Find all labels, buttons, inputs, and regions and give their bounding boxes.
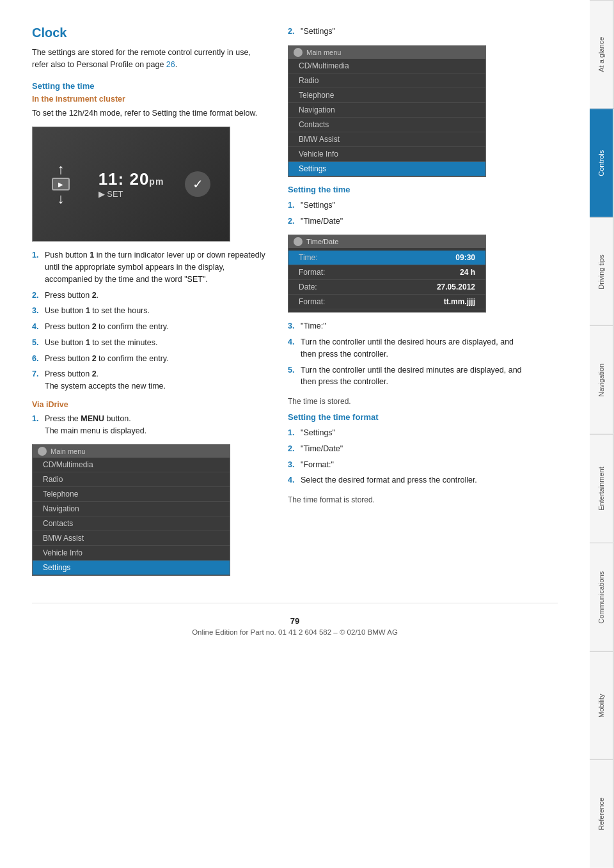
right-setting-time-steps2: 3. "Time:" 4. Turn the controller until … (288, 320, 524, 388)
timedate-row-format1: Format: 24 h (288, 265, 485, 280)
timedate-title: Time/Date (306, 238, 338, 245)
tf-step3: 3. "Format:" (288, 459, 524, 471)
timedate-row-time: Time: 09:30 (288, 251, 485, 265)
checkmark-circle: ✓ (185, 171, 210, 197)
tab-navigation[interactable]: Navigation (590, 325, 614, 434)
page-footer: 79 Online Edition for Part no. 01 41 2 6… (32, 603, 558, 642)
timedate-title-bar: Time/Date (288, 235, 485, 248)
right-st-step1: 1. "Settings" (288, 199, 524, 212)
page-link[interactable]: 26 (166, 60, 175, 69)
right-st2-step4: 4. Turn the controller until the desired… (288, 336, 524, 360)
tab-reference[interactable]: Reference (590, 759, 614, 868)
step-2: 2. Press button 2. (32, 290, 269, 302)
instrument-steps: 1. Push button 1 in the turn indicator l… (32, 249, 269, 392)
time-stored-text: The time is stored. (288, 396, 524, 407)
tab-mobility[interactable]: Mobility (590, 651, 614, 760)
right-st2-step3: 3. "Time:" (288, 320, 524, 332)
step-1: 1. Push button 1 in the turn indicator l… (32, 249, 269, 285)
tab-entertainment[interactable]: Entertainment (590, 434, 614, 543)
menu-item-r-navigation: Navigation (288, 103, 485, 118)
idrive-step-1: 1. Press the MENU button.The main menu i… (32, 413, 269, 437)
right-column: 2. "Settings" Main menu CD/Multimedia Ra… (288, 26, 524, 584)
cluster-time-display: 11: 20pm ▶ SET (98, 169, 164, 199)
tab-driving-tips[interactable]: Driving tips (590, 217, 614, 326)
main-menu-screenshot-right: Main menu CD/Multimedia Radio Telephone … (288, 45, 486, 177)
cluster-set: ▶ SET (98, 189, 164, 199)
menu-item-r-contacts: Contacts (288, 118, 485, 132)
menu-items-right: CD/Multimedia Radio Telephone Navigation… (288, 59, 485, 176)
timedate-screenshot: Time/Date Time: 09:30 Format: 24 h Date: (288, 235, 486, 313)
cluster-image: ↑ ▶ ↓ 11: 20pm ▶ SET ✓ (32, 127, 230, 242)
right-setting-time-heading: Setting the time (288, 185, 524, 194)
menu-icon-left (38, 447, 47, 456)
menu-item-r-vehicleinfo: Vehicle Info (288, 147, 485, 162)
timedate-row-date: Date: 27.05.2012 (288, 280, 485, 295)
sidebar-tabs: At a glance Controls Driving tips Naviga… (590, 0, 614, 868)
menu-item-r-bmwassist: BMW Assist (288, 132, 485, 147)
menu-item-navigation: Navigation (33, 502, 230, 516)
step-3: 3. Use button 1 to set the hours. (32, 305, 269, 317)
menu-item-cdmultimedia: CD/Multimedia (33, 458, 230, 472)
menu-item-radio: Radio (33, 472, 230, 487)
timedate-icon (294, 237, 303, 246)
menu-item-r-telephone: Telephone (288, 88, 485, 103)
main-menu-screenshot-left: Main menu CD/Multimedia Radio Telephone … (32, 444, 230, 576)
tab-communications[interactable]: Communications (590, 543, 614, 651)
tab-at-a-glance[interactable]: At a glance (590, 0, 614, 109)
menu-title-bar-left: Main menu (33, 445, 230, 458)
menu-item-contacts: Contacts (33, 516, 230, 531)
menu-title-left: Main menu (51, 447, 85, 455)
intro-text: The settings are stored for the remote c… (32, 48, 251, 69)
tab-controls[interactable]: Controls (590, 109, 614, 217)
footer-text: Online Edition for Part no. 01 41 2 604 … (192, 628, 398, 636)
menu-item-vehicleinfo: Vehicle Info (33, 546, 230, 561)
right-step2: 2. "Settings" (288, 26, 524, 38)
menu-items-left: CD/Multimedia Radio Telephone Navigation… (33, 458, 230, 575)
tf-step1: 1. "Settings" (288, 427, 524, 439)
menu-item-telephone: Telephone (33, 487, 230, 502)
intro-paragraph: The settings are stored for the remote c… (32, 47, 269, 71)
idrive-steps: 1. Press the MENU button.The main menu i… (32, 413, 269, 437)
time-format-stored-text: The time format is stored. (288, 494, 524, 506)
menu-icon-right (294, 48, 303, 57)
right-st-step2: 2. "Time/Date" (288, 215, 524, 228)
menu-item-r-cdmultimedia: CD/Multimedia (288, 59, 485, 74)
cluster-time: 11: 20 (98, 169, 150, 189)
menu-item-r-radio: Radio (288, 74, 485, 88)
step-7: 7. Press button 2.The system accepts the… (32, 368, 269, 392)
time-format-steps: 1. "Settings" 2. "Time/Date" 3. "Format:… (288, 427, 524, 486)
section-title: Clock (32, 26, 269, 40)
step-5: 5. Use button 1 to set the minutes. (32, 337, 269, 349)
cluster-ampm: pm (149, 176, 164, 187)
timedate-row-format2: Format: tt.mm.jjjj (288, 295, 485, 309)
menu-item-bmwassist: BMW Assist (33, 531, 230, 546)
menu-title-right: Main menu (306, 49, 341, 56)
step-6: 6. Press button 2 to confirm the entry. (32, 353, 269, 365)
instrument-cluster-body: To set the 12h/24h mode, refer to Settin… (32, 107, 269, 120)
tf-step2: 2. "Time/Date" (288, 443, 524, 455)
tf-step4: 4. Select the desired format and press t… (288, 474, 524, 486)
cluster-left-arrow: ↑ ▶ ↓ (52, 161, 70, 207)
left-column: Clock The settings are stored for the re… (32, 26, 269, 584)
step-4: 4. Press button 2 to confirm the entry. (32, 321, 269, 333)
timedate-rows: Time: 09:30 Format: 24 h Date: 27.05.201… (288, 248, 485, 312)
instrument-cluster-heading: In the instrument cluster (32, 95, 269, 104)
menu-title-bar-right: Main menu (288, 46, 485, 59)
right-st2-step5: 5. Turn the controller until the desired… (288, 364, 524, 389)
menu-item-r-settings: Settings (288, 162, 485, 176)
via-idrive-heading: Via iDrive (32, 400, 269, 409)
setting-time-heading: Setting the time (32, 81, 269, 91)
right-setting-time-steps: 1. "Settings" 2. "Time/Date" (288, 199, 524, 228)
page-number: 79 (32, 616, 558, 626)
right-step-2: 2. "Settings" (288, 26, 524, 38)
setting-time-format-heading: Setting the time format (288, 412, 524, 422)
menu-item-settings: Settings (33, 561, 230, 575)
